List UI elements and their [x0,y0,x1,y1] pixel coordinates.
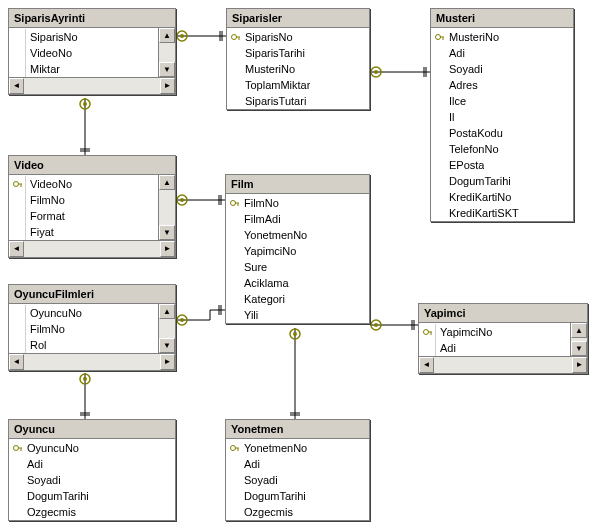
field-row: Miktar [9,61,158,77]
table-siparisayrinti[interactable]: SiparisAyrinti SiparisNo VideoNo Miktar … [8,8,176,95]
table-title: Video [14,159,44,171]
er-diagram-canvas: SiparisAyrinti SiparisNo VideoNo Miktar … [0,0,607,532]
scroll-down-icon[interactable]: ▼ [159,225,175,240]
field-list: SiparisNo VideoNo Miktar [9,28,158,77]
table-title: Siparisler [232,12,282,24]
primary-key-icon [433,32,447,42]
field-row: SiparisNo [9,29,158,45]
scroll-left-icon[interactable]: ◄ [9,78,24,94]
scroll-left-icon[interactable]: ◄ [9,241,24,257]
table-siparisler[interactable]: Siparisler SiparisNo SiparisTarihi Muste… [226,8,370,110]
field-row: VideoNo [9,45,158,61]
primary-key-icon [11,443,25,453]
scroll-down-icon[interactable]: ▼ [159,62,175,77]
svg-point-14 [232,35,237,40]
scroll-up-icon[interactable]: ▲ [159,304,175,319]
scroll-up-icon[interactable]: ▲ [571,323,587,338]
primary-key-icon [11,176,26,192]
svg-point-23 [231,201,236,206]
scroll-down-icon[interactable]: ▼ [571,341,587,356]
vertical-scrollbar[interactable]: ▲▼ [158,28,175,77]
primary-key-icon [228,443,242,453]
table-title: Yonetmen [231,423,283,435]
table-title: Musteri [436,12,475,24]
vertical-scrollbar[interactable]: ▲▼ [158,304,175,353]
vertical-scrollbar[interactable]: ▲▼ [158,175,175,240]
svg-point-29 [14,446,19,451]
primary-key-icon [421,324,436,340]
scroll-right-icon[interactable]: ► [160,78,175,94]
table-video[interactable]: Video VideoNo FilmNo Format Fiyat ▲▼ ◄► [8,155,176,258]
table-title: Oyuncu [14,423,55,435]
table-oyuncu[interactable]: Oyuncu OyuncuNo Adi Soyadi DogumTarihi O… [8,419,176,521]
scroll-up-icon[interactable]: ▲ [159,175,175,190]
svg-point-32 [231,446,236,451]
svg-point-17 [436,35,441,40]
table-yapimci[interactable]: Yapimci YapimciNo Adi ▲▼ ◄► [418,303,588,374]
primary-key-icon [228,198,242,208]
scroll-right-icon[interactable]: ► [572,357,587,373]
svg-point-26 [424,330,429,335]
table-yonetmen[interactable]: Yonetmen YonetmenNo Adi Soyadi DogumTari… [225,419,370,521]
table-oyuncufilmleri[interactable]: OyuncuFilmleri OyuncuNo FilmNo Rol ▲▼ ◄► [8,284,176,371]
table-title: OyuncuFilmleri [14,288,94,300]
scroll-right-icon[interactable]: ► [160,241,175,257]
scroll-down-icon[interactable]: ▼ [159,338,175,353]
scroll-left-icon[interactable]: ◄ [9,354,24,370]
scroll-up-icon[interactable]: ▲ [159,28,175,43]
vertical-scrollbar[interactable]: ▲▼ [570,323,587,356]
primary-key-icon [229,32,243,42]
horizontal-scrollbar[interactable]: ◄► [9,77,175,94]
horizontal-scrollbar[interactable]: ◄► [9,353,175,370]
horizontal-scrollbar[interactable]: ◄► [419,356,587,373]
table-title: Film [231,178,254,190]
table-title: Yapimci [424,307,466,319]
table-film[interactable]: Film FilmNo FilmAdi YonetmenNo YapimciNo… [225,174,370,324]
svg-point-20 [14,182,19,187]
scroll-left-icon[interactable]: ◄ [419,357,434,373]
table-title: SiparisAyrinti [14,12,85,24]
horizontal-scrollbar[interactable]: ◄► [9,240,175,257]
table-musteri[interactable]: Musteri MusteriNo Adi Soyadi Adres Ilce … [430,8,574,222]
scroll-right-icon[interactable]: ► [160,354,175,370]
